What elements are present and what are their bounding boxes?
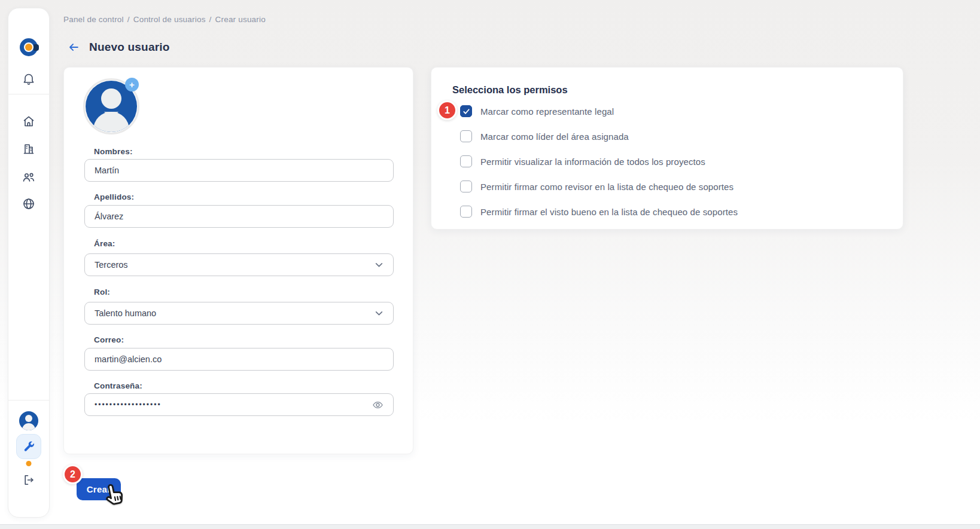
notifications-button[interactable] [22,72,36,86]
permission-row-lider: Marcar como líder del área asignada [460,130,629,142]
user-form-card: + Nombres: Martín Apellidos: Álvarez Áre… [63,67,413,454]
nombres-label: Nombres: [94,147,133,156]
app-window: Panel de control/Control de usuarios/Cre… [0,0,980,529]
permission-row-representante: Marcar como representante legal [460,105,614,117]
breadcrumb-item-usuarios[interactable]: Control de usuarios [133,15,206,24]
contrasena-label: Contraseña: [94,381,142,390]
page-title: Nuevo usuario [89,41,170,54]
users-group-icon [21,170,36,185]
area-label: Área: [94,239,115,248]
sidebar-item-home[interactable] [22,114,36,129]
profile-avatar-icon [19,411,38,430]
checkbox-firmar-visto-bueno[interactable] [460,206,472,218]
area-select[interactable]: Terceros [84,253,394,276]
sidebar [8,8,50,518]
logo-icon [20,38,38,56]
apellidos-label: Apellidos: [94,192,134,201]
nombres-input[interactable]: Martín [84,159,394,182]
sidebar-item-logout[interactable] [22,473,36,487]
sidebar-divider-top [8,94,49,94]
permissions-title: Selecciona los permisos [452,84,568,96]
sidebar-item-users[interactable] [21,170,36,185]
check-icon [462,108,470,115]
building-icon [22,142,36,156]
breadcrumb-item-crear: Crear usuario [215,15,266,24]
sidebar-item-company[interactable] [22,142,36,156]
avatar-upload[interactable]: + [83,78,139,134]
toggle-password-visibility[interactable] [372,399,384,411]
contrasena-input[interactable]: •••••••••••••••••• [84,393,394,416]
sidebar-item-settings[interactable] [16,434,41,459]
settings-notification-dot [26,461,32,466]
window-bottom-edge [0,524,980,529]
rol-label: Rol: [94,288,110,296]
permission-row-visto-bueno: Permitir firmar el visto bueno en la lis… [460,206,738,218]
breadcrumb: Panel de control/Control de usuarios/Cre… [63,15,266,24]
sidebar-item-web[interactable] [22,197,36,211]
correo-label: Correo: [94,335,124,344]
logout-icon [22,473,36,487]
eye-icon [372,399,384,411]
wrench-icon [22,440,35,453]
cursor-pointer-icon [101,482,127,508]
checkbox-lider-area[interactable] [460,130,472,142]
permission-row-visualizar: Permitir visualizar la información de to… [460,155,705,167]
correo-input[interactable]: martin@alcien.co [84,348,394,371]
checkbox-visualizar-proyectos[interactable] [460,155,472,167]
app-logo[interactable] [20,38,38,56]
sidebar-divider-bottom [8,400,49,400]
home-icon [22,114,36,129]
bell-icon [22,72,36,86]
sidebar-item-profile[interactable] [19,411,38,430]
back-arrow-icon[interactable] [67,41,80,54]
permissions-card: Selecciona los permisos Marcar como repr… [431,67,903,230]
chevron-down-icon [375,309,384,318]
apellidos-input[interactable]: Álvarez [84,205,394,228]
breadcrumb-item-panel[interactable]: Panel de control [63,15,124,24]
step-badge-2: 2 [63,464,83,484]
avatar-add-icon[interactable]: + [125,78,139,91]
rol-select[interactable]: Talento humano [84,302,394,325]
checkbox-representante-legal[interactable] [460,105,472,117]
permission-row-revisor: Permitir firmar como revisor en la lista… [460,181,734,192]
chevron-down-icon [375,261,384,270]
checkbox-firmar-revisor[interactable] [460,181,472,192]
globe-icon [22,197,36,211]
step-badge-1: 1 [437,100,457,120]
